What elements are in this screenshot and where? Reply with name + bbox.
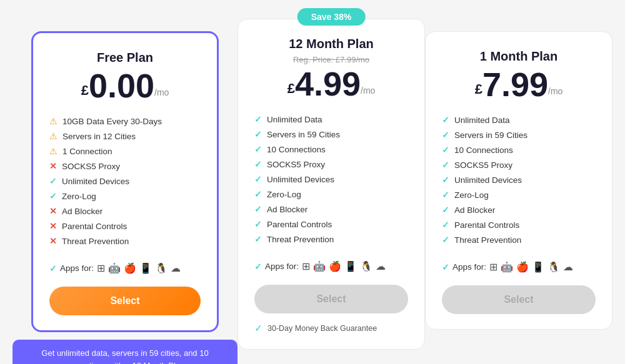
check-icon: ✓ [442,235,449,245]
win-icon: ⊞ [489,261,498,273]
check-icon: ✓ [442,262,449,272]
save-badge: Save 38% [298,8,366,26]
android-icon: 🤖 [108,262,121,274]
win-icon: ⊞ [97,262,105,274]
feature-item: ✓Parental Controls [442,217,596,232]
price-mo-annual: /mo [361,86,375,96]
check-icon: ✓ [442,160,449,170]
check-icon: ✓ [442,205,449,215]
currency-annual: £ [288,81,295,97]
check-icon: ✓ [442,190,449,200]
feature-text: Zero-Log [62,192,96,201]
feature-item: ✓Parental Controls [254,217,408,232]
feature-item: ✓Unlimited Data [254,112,408,127]
price-row-annual: £ 4.99 /mo [254,67,408,101]
feature-item: ⚠1 Connection [49,144,201,159]
linux-icon: 🐧 [155,262,168,274]
price-mo-monthly: /mo [548,86,562,96]
select-button-free[interactable]: Select [49,287,201,315]
price-amount-monthly: 7.99 [482,67,548,101]
feature-item: ⚠10GB Data Every 30-Days [49,114,201,129]
features-list-free: ⚠10GB Data Every 30-Days⚠Servers in 12 C… [49,114,201,248]
check-icon: ✓ [254,174,262,184]
feature-item: ✓Ad Blocker [442,202,596,217]
apps-label: Apps for: [265,262,299,271]
feature-item: ✓10 Connections [254,142,408,157]
feature-item: ✓Unlimited Devices [442,172,596,187]
feature-item: ✕SOCKS5 Proxy [49,159,201,174]
feature-item: ✓Threat Prevention [442,232,596,247]
plan-name-annual: 12 Month Plan [254,37,408,51]
feature-text: SOCKS5 Proxy [62,162,120,171]
money-back-icon: ✓ [254,322,262,334]
apps-label: Apps for: [60,263,94,273]
check-icon: ✓ [49,263,57,273]
win-icon: ⊞ [302,260,310,272]
ios-icon: 📱 [344,260,357,272]
apple-icon: 🍎 [329,260,341,272]
check-icon: ✓ [49,176,57,186]
plan-wrapper-monthly: 1 Month Plan £ 7.99 /mo ✓Unlimited Data✓… [425,19,612,330]
feature-item: ✕Threat Prevention [49,234,201,248]
feature-text: Unlimited Devices [267,175,334,184]
price-mo-free: /mo [154,87,169,97]
select-button-annual: Select [254,285,408,313]
apps-label: Apps for: [452,262,486,272]
linux-icon: 🐧 [548,261,560,273]
feature-text: Unlimited Devices [62,177,129,186]
plan-name-monthly: 1 Month Plan [442,49,596,64]
ios-icon: 📱 [532,261,544,273]
plan-card-annual: Save 38%12 Month PlanReg. Price: £7.99/m… [238,19,425,350]
feature-text: Ad Blocker [454,205,495,215]
reg-price: Reg. Price: £7.99/mo [254,55,408,64]
check-icon: ✓ [254,189,262,199]
feature-item: ✓Zero-Log [49,189,201,204]
feature-text: Parental Controls [267,220,332,229]
money-back: ✓ 30-Day Money Back Guarantee [254,322,408,334]
feature-item: ✓Ad Blocker [254,202,408,217]
warn-icon: ⚠ [49,116,58,126]
feature-item: ✓Unlimited Devices [254,172,408,187]
android-icon: 🤖 [313,260,326,272]
apps-row-free: ✓ Apps for:⊞🤖🍎📱🐧☁ [49,262,201,274]
check-icon: ✓ [442,145,449,155]
feature-text: 10 Connections [267,145,326,154]
feature-item: ✓Zero-Log [442,187,596,202]
check-icon: ✓ [254,219,262,229]
check-icon: ✓ [254,234,262,244]
feature-text: Ad Blocker [267,205,308,214]
feature-item: ✓Unlimited Data [442,112,596,127]
feature-item: ✓SOCKS5 Proxy [442,157,596,172]
cross-icon: ✕ [49,161,57,171]
price-row-monthly: £ 7.99 /mo [442,67,596,101]
cross-icon: ✕ [49,221,57,231]
check-icon: ✓ [442,115,449,125]
feature-item: ✓SOCKS5 Proxy [254,157,408,172]
currency-monthly: £ [475,81,482,97]
feature-text: Threat Prevention [267,235,334,244]
feature-text: Threat Prevention [454,235,521,245]
features-list-monthly: ✓Unlimited Data✓Servers in 59 Cities✓10 … [442,112,596,247]
feature-text: Threat Prevention [62,237,129,246]
feature-text: Ad Blocker [62,207,102,216]
feature-item: ✓Servers in 59 Cities [254,127,408,142]
promo-banner: Get unlimited data, servers in 59 cities… [12,340,238,364]
feature-item: ✓Zero-Log [254,187,408,202]
plans-container: Free Plan £ 0.00 /mo ⚠10GB Data Every 30… [0,0,625,364]
apps-row-monthly: ✓ Apps for:⊞🤖🍎📱🐧☁ [442,261,596,273]
feature-text: Unlimited Data [267,115,322,124]
apple-icon: 🍎 [516,261,529,273]
feature-item: ✕Ad Blocker [49,204,201,219]
cross-icon: ✕ [49,236,57,246]
feature-item: ✕Parental Controls [49,219,201,234]
check-icon: ✓ [442,220,449,230]
feature-text: 1 Connection [62,147,112,156]
check-icon: ✓ [254,129,262,139]
check-icon: ✓ [254,114,262,124]
feature-text: Servers in 59 Cities [454,130,528,140]
feature-text: 10GB Data Every 30-Days [62,117,162,126]
plan-card-free: Free Plan £ 0.00 /mo ⚠10GB Data Every 30… [31,31,219,332]
check-icon: ✓ [254,204,262,214]
linux-icon: 🐧 [360,260,372,272]
cloud-icon: ☁ [376,260,386,272]
